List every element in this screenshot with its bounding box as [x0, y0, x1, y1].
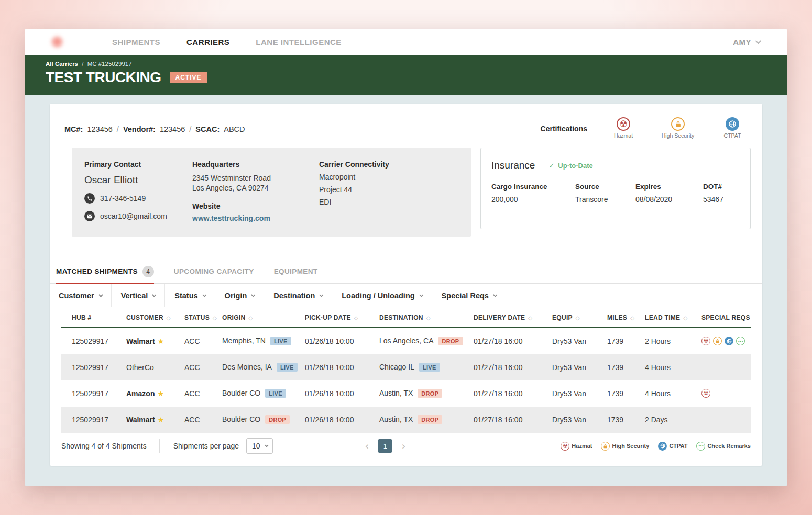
next-page-button[interactable]: › — [401, 440, 405, 452]
carrier-connectivity-section: Carrier Connectivity Macropoint Project … — [319, 160, 460, 223]
connectivity-item: Macropoint — [319, 173, 460, 181]
table-row[interactable]: 125029917 Walmart★ ACC Memphis, TNLIVE 0… — [61, 328, 751, 354]
col-hub: HUB # — [61, 314, 116, 321]
email-icon — [84, 211, 95, 221]
filter-status[interactable]: Status — [165, 284, 215, 307]
drop-badge: DROP — [438, 337, 463, 345]
equip-cell: Dry53 Van — [542, 389, 597, 398]
col-status[interactable]: STATUS — [174, 314, 212, 321]
high-security-icon — [671, 117, 685, 131]
col-customer[interactable]: CUSTOMER — [116, 314, 174, 321]
insurance-field-dot: DOT# 53467 — [703, 183, 723, 204]
website-link[interactable]: www.testtrucking.com — [192, 214, 270, 222]
destination-cell: Los Angeles, CADROP — [369, 337, 463, 345]
status-cell: ACC — [174, 337, 212, 345]
headquarters-section: Headquarters 2345 Westminster Road Los A… — [192, 160, 319, 223]
contact-name: Oscar Elliott — [84, 174, 192, 186]
insurance-panel: Insurance Up-to-Date Cargo Insurance 200… — [480, 148, 751, 229]
pagination: ‹ 1 › — [365, 439, 405, 453]
tab-upcoming-capacity[interactable]: UPCOMING CAPACITY — [174, 266, 254, 283]
delivery-date-cell: 01/27/18 16:00 — [463, 416, 542, 424]
per-page-label: Shipments per page — [173, 442, 239, 450]
special-reqs-cell — [691, 389, 751, 398]
filter-loading-unloading[interactable]: Loading / Unloading — [332, 284, 432, 307]
equip-cell: Dry53 Van — [542, 363, 597, 372]
special-reqs-legend: Hazmat High Security CTPAT Check Remarks — [561, 442, 751, 451]
live-badge: LIVE — [270, 337, 291, 345]
certifications-label: Certifications — [541, 125, 587, 133]
equip-cell: Dry53 Van — [542, 337, 597, 345]
divider — [159, 439, 160, 453]
col-pickup-date[interactable]: PICK-UP DATE — [294, 314, 369, 321]
star-icon: ★ — [158, 416, 164, 424]
col-miles[interactable]: MILES — [597, 314, 634, 321]
chevron-down-icon — [152, 293, 156, 297]
hq-address-line2: Los Angeles, CA 90274 — [192, 183, 319, 193]
chevron-down-icon — [319, 293, 323, 297]
certifications: Certifications Hazmat High Security — [541, 117, 751, 139]
user-menu[interactable]: AMY — [733, 38, 760, 47]
page-title: TEST TRUCKING — [46, 69, 161, 86]
content-area: MC#: 123456 / Vendor#: 123456 / SCAC: AB… — [25, 95, 787, 466]
delivery-date-cell: 01/27/18 16:00 — [463, 363, 542, 372]
status-cell: ACC — [174, 389, 212, 398]
prev-page-button[interactable]: ‹ — [365, 440, 369, 452]
col-destination[interactable]: DESTINATION — [369, 314, 463, 321]
hub-number: 125029917 — [61, 363, 116, 372]
lead-time-cell: 4 Hours — [634, 389, 691, 398]
miles-cell: 1739 — [597, 416, 634, 424]
filter-bar: Customer Vertical Status Origin Destinat… — [50, 284, 762, 307]
drop-badge: DROP — [418, 415, 442, 424]
customer-cell: OtherCo — [116, 363, 174, 372]
filter-origin[interactable]: Origin — [215, 284, 265, 307]
table-row[interactable]: 125029917 Walmart★ ACC Boulder CODROP 01… — [61, 407, 751, 433]
tab-matched-shipments[interactable]: MATCHED SHIPMENTS 4 — [56, 266, 154, 283]
star-icon: ★ — [158, 337, 164, 345]
matched-shipments-table: HUB # CUSTOMER STATUS ORIGIN PICK-UP DAT… — [61, 308, 751, 433]
insurance-field-cargo: Cargo Insurance 200,000 — [491, 183, 575, 204]
pickup-date-cell: 01/26/18 10:00 — [294, 416, 369, 424]
customer-cell: Walmart★ — [116, 337, 174, 345]
chevron-down-icon — [419, 293, 423, 297]
origin-cell: Des Moines, IALIVE — [212, 363, 294, 372]
scac-label: SCAC: — [195, 125, 220, 133]
equip-cell: Dry53 Van — [542, 416, 597, 424]
chevron-down-icon — [755, 38, 761, 44]
carrier-connectivity-label: Carrier Connectivity — [319, 160, 460, 169]
col-delivery-date[interactable]: DELIVERY DATE — [463, 314, 542, 321]
live-badge: LIVE — [419, 363, 440, 372]
destination-cell: Austin, TXDROP — [369, 415, 463, 424]
hazmat-icon — [701, 389, 710, 398]
col-origin[interactable]: ORIGIN — [212, 314, 294, 321]
connectivity-item: Project 44 — [319, 185, 460, 194]
table-row[interactable]: 125029917 OtherCo ACC Des Moines, IALIVE… — [61, 354, 751, 380]
mc-label: MC#: — [64, 125, 83, 133]
breadcrumb-all-carriers[interactable]: All Carriers — [46, 61, 78, 67]
status-badge: ACTIVE — [170, 72, 207, 83]
per-page-select[interactable]: 10 — [246, 438, 273, 454]
carrier-hero-header: All Carriers / MC #125029917 TEST TRUCKI… — [25, 55, 787, 95]
table-footer: Showing 4 of 4 Shipments Shipments per p… — [61, 433, 751, 460]
filter-special-reqs[interactable]: Special Reqs — [432, 284, 506, 307]
filter-customer[interactable]: Customer — [50, 284, 112, 307]
nav-item-lane-intelligence[interactable]: LANE INTELLIGENCE — [256, 38, 342, 47]
filter-destination[interactable]: Destination — [264, 284, 332, 307]
ctpat-icon — [725, 337, 733, 345]
col-equip[interactable]: EQUIP — [542, 314, 597, 321]
certification-high-security: High Security — [660, 117, 696, 139]
table-row[interactable]: 125029917 Amazon★ ACC Boulder COLIVE 01/… — [61, 380, 751, 407]
connectivity-item: EDI — [319, 198, 460, 206]
contact-email-value: oscar10@gmail.com — [100, 212, 167, 220]
page-number[interactable]: 1 — [378, 439, 392, 453]
chevron-down-icon — [493, 293, 497, 297]
tab-equipment[interactable]: EQUIPMENT — [274, 266, 318, 283]
legend-high-security: High Security — [601, 442, 649, 451]
filter-vertical[interactable]: Vertical — [112, 284, 166, 307]
nav-item-shipments[interactable]: SHIPMENTS — [112, 38, 160, 47]
legend-ctpat: CTPAT — [658, 442, 687, 451]
app-logo[interactable] — [50, 35, 64, 49]
nav-item-carriers[interactable]: CARRIERS — [186, 38, 229, 47]
col-lead-time[interactable]: LEAD TIME — [634, 314, 691, 321]
primary-contact-section: Primary Contact Oscar Elliott 317-346-51… — [84, 160, 192, 223]
contact-phone: 317-346-5149 — [84, 193, 192, 204]
